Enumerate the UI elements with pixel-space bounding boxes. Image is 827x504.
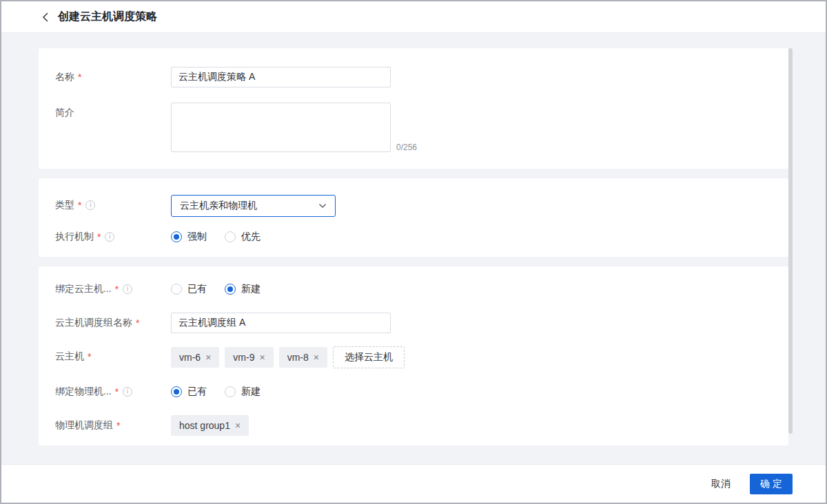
required-mark: * xyxy=(136,317,139,328)
name-label: 名称 * xyxy=(55,67,171,87)
bind-vm-label: 绑定云主机... * i xyxy=(55,279,171,300)
mechanism-label: 执行机制 * i xyxy=(55,227,171,247)
radio-dot xyxy=(171,231,182,242)
radio-dot xyxy=(225,231,236,242)
type-select-value: 云主机亲和物理机 xyxy=(180,200,257,212)
name-input[interactable] xyxy=(171,67,391,87)
description-row: 简介 0/256 xyxy=(55,103,772,152)
bind-host-label: 绑定物理机... * i xyxy=(55,381,171,402)
page-footer: 取消 确 定 xyxy=(1,464,826,503)
name-row: 名称 * xyxy=(55,67,772,87)
vm-group-name-input[interactable] xyxy=(171,313,391,333)
radio-mechanism-preferred[interactable]: 优先 xyxy=(225,231,261,243)
vm-tags: vm-6 × vm-9 × vm-8 × 选择云主机 xyxy=(171,346,405,368)
required-mark: * xyxy=(115,386,119,397)
required-mark: * xyxy=(78,200,81,211)
vm-group-name-row: 云主机调度组名称 * xyxy=(55,313,772,333)
vm-tag: vm-8 × xyxy=(279,347,327,368)
host-group-tags: host group1 × xyxy=(171,415,254,436)
vm-label: 云主机 * xyxy=(55,346,171,367)
radio-vm-existing[interactable]: 已有 xyxy=(171,283,207,295)
window: 创建云主机调度策略 名称 * 简介 0/256 xyxy=(0,0,827,504)
page-header: 创建云主机调度策略 xyxy=(1,1,826,33)
cancel-button[interactable]: 取消 xyxy=(711,478,731,490)
select-vm-button[interactable]: 选择云主机 xyxy=(333,346,405,368)
info-icon: i xyxy=(123,387,132,397)
type-label: 类型 * i xyxy=(55,195,171,216)
bind-vm-row: 绑定云主机... * i 已有 新建 xyxy=(55,279,772,300)
confirm-button[interactable]: 确 定 xyxy=(750,474,793,494)
vm-tag: vm-9 × xyxy=(225,347,273,368)
radio-dot xyxy=(225,284,236,295)
description-label: 简介 xyxy=(55,103,171,123)
bind-vm-radio-group: 已有 新建 xyxy=(171,279,278,300)
char-counter: 0/256 xyxy=(396,143,417,152)
basic-info-card: 名称 * 简介 0/256 xyxy=(39,48,788,169)
required-mark: * xyxy=(115,284,119,295)
tag-close-icon[interactable]: × xyxy=(205,353,211,362)
radio-vm-new[interactable]: 新建 xyxy=(225,283,261,295)
chevron-down-icon xyxy=(318,203,327,209)
vm-group-name-label: 云主机调度组名称 * xyxy=(55,313,171,333)
mechanism-radio-group: 强制 优先 xyxy=(171,227,278,247)
bind-host-row: 绑定物理机... * i 已有 新建 xyxy=(55,381,772,402)
back-button[interactable] xyxy=(39,10,52,24)
radio-mechanism-mandatory[interactable]: 强制 xyxy=(171,231,207,243)
scrollbar-thumb[interactable] xyxy=(788,48,793,434)
host-group-label: 物理机调度组 * xyxy=(55,415,171,436)
radio-dot xyxy=(225,386,236,397)
info-icon: i xyxy=(123,284,132,294)
mechanism-row: 执行机制 * i 强制 优先 xyxy=(55,227,772,247)
tag-close-icon[interactable]: × xyxy=(314,353,319,362)
form-scroll-area: 名称 * 简介 0/256 类型 xyxy=(1,33,826,464)
vm-tag: vm-6 × xyxy=(171,347,219,368)
required-mark: * xyxy=(88,351,91,362)
description-textarea[interactable] xyxy=(171,103,391,152)
page-title: 创建云主机调度策略 xyxy=(58,10,157,24)
radio-dot xyxy=(171,284,182,295)
type-card: 类型 * i 云主机亲和物理机 xyxy=(39,178,788,257)
host-group-row: 物理机调度组 * host group1 × xyxy=(55,415,772,436)
binding-card: 绑定云主机... * i 已有 新建 云主机调度组 xyxy=(39,266,788,445)
chevron-left-icon xyxy=(42,12,49,23)
tag-close-icon[interactable]: × xyxy=(235,421,241,430)
radio-dot xyxy=(171,386,182,397)
radio-host-new[interactable]: 新建 xyxy=(225,386,261,398)
host-group-tag: host group1 × xyxy=(171,415,249,436)
info-icon: i xyxy=(105,232,114,242)
required-mark: * xyxy=(97,231,101,242)
required-mark: * xyxy=(78,72,81,83)
radio-host-existing[interactable]: 已有 xyxy=(171,386,207,398)
vm-row: 云主机 * vm-6 × vm-9 × vm-8 × xyxy=(55,346,772,368)
required-mark: * xyxy=(116,420,120,431)
tag-close-icon[interactable]: × xyxy=(259,353,265,362)
bind-host-radio-group: 已有 新建 xyxy=(171,381,278,402)
info-icon: i xyxy=(85,200,95,210)
type-select[interactable]: 云主机亲和物理机 xyxy=(171,195,336,217)
type-row: 类型 * i 云主机亲和物理机 xyxy=(55,195,772,217)
